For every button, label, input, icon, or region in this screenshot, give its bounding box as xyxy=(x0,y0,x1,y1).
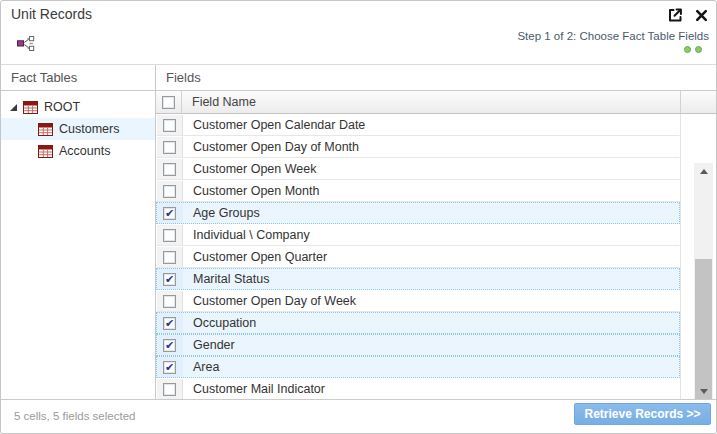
grid-header-spacer xyxy=(681,91,716,113)
field-row-checkbox[interactable] xyxy=(157,181,183,201)
field-row-checkbox[interactable] xyxy=(157,159,183,179)
tree-item-customers[interactable]: Customers xyxy=(1,118,155,140)
field-row[interactable]: Customer Open Calendar Date xyxy=(156,114,680,136)
tree-item-root[interactable]: ROOT xyxy=(1,96,155,118)
field-name-label: Gender xyxy=(183,335,679,355)
retrieve-records-button[interactable]: Retrieve Records >> xyxy=(574,403,711,425)
tree-item-accounts[interactable]: Accounts xyxy=(1,140,155,162)
field-name-label: Customer Open Month xyxy=(183,181,679,201)
fields-panel: Fields Field Name Customer Open Calendar… xyxy=(156,65,716,400)
step-dot xyxy=(695,46,702,53)
fact-tables-tree: ROOT Customers Accounts xyxy=(1,91,155,162)
fields-header: Fields xyxy=(156,65,716,91)
field-name-label: Customer Open Day of Month xyxy=(183,137,679,157)
step-indicator: Step 1 of 2: Choose Fact Table Fields xyxy=(517,30,709,53)
open-external-icon[interactable] xyxy=(666,6,684,24)
field-name-label: Customer Open Quarter xyxy=(183,247,679,267)
field-row-checkbox[interactable]: ✔ xyxy=(157,203,183,223)
field-row[interactable]: Customer Open Day of Week xyxy=(156,290,680,312)
field-name-label: Customer Open Day of Week xyxy=(183,291,679,311)
tree-item-label: ROOT xyxy=(44,100,80,114)
field-name-label: Occupation xyxy=(183,313,679,333)
field-row-checkbox[interactable]: ✔ xyxy=(157,269,183,289)
field-name-label: Customer Open Week xyxy=(183,159,679,179)
step-dot xyxy=(684,46,691,53)
titlebar: Unit Records xyxy=(1,1,716,26)
field-row[interactable]: Customer Open Day of Month xyxy=(156,136,680,158)
field-name-label: Marital Status xyxy=(183,269,679,289)
selection-status: 5 cells, 5 fields selected xyxy=(14,400,135,432)
field-row-checkbox[interactable] xyxy=(157,379,183,399)
field-row[interactable]: Customer Mail Indicator xyxy=(156,378,680,400)
table-icon xyxy=(23,101,38,114)
hierarchy-icon[interactable] xyxy=(14,33,36,53)
field-row[interactable]: Customer Open Week xyxy=(156,158,680,180)
field-row[interactable]: Customer Open Month xyxy=(156,180,680,202)
field-row[interactable]: ✔ Marital Status xyxy=(156,268,680,290)
field-name-label: Individual \ Company xyxy=(183,225,679,245)
field-rows: Customer Open Calendar Date Customer Ope… xyxy=(156,114,681,400)
field-row-checkbox[interactable] xyxy=(157,247,183,267)
footer: 5 cells, 5 fields selected Retrieve Reco… xyxy=(1,399,716,433)
field-name-label: Customer Mail Indicator xyxy=(183,379,679,399)
field-name-label: Customer Open Calendar Date xyxy=(183,115,679,135)
field-row-checkbox[interactable] xyxy=(157,115,183,135)
table-icon xyxy=(38,123,53,136)
field-row[interactable]: ✔ Age Groups xyxy=(156,202,680,224)
select-all-checkbox[interactable] xyxy=(156,91,182,113)
field-name-label: Age Groups xyxy=(183,203,679,223)
field-row[interactable]: Customer Open Quarter xyxy=(156,246,680,268)
field-row[interactable]: ✔ Gender xyxy=(156,334,680,356)
field-row-checkbox[interactable]: ✔ xyxy=(157,335,183,355)
field-row-checkbox[interactable] xyxy=(157,137,183,157)
field-row-checkbox[interactable]: ✔ xyxy=(157,313,183,333)
scrollbar-up-icon[interactable] xyxy=(694,163,713,180)
field-row[interactable]: Individual \ Company xyxy=(156,224,680,246)
tree-item-label: Accounts xyxy=(59,144,110,158)
field-row-checkbox[interactable]: ✔ xyxy=(157,357,183,377)
step-label: Step 1 of 2: Choose Fact Table Fields xyxy=(517,30,709,42)
unit-records-dialog: Unit Records xyxy=(0,0,717,434)
field-row[interactable]: ✔ Occupation xyxy=(156,312,680,334)
titlebar-icons xyxy=(666,6,710,24)
scrollbar-down-icon[interactable] xyxy=(694,383,713,400)
field-name-column-header[interactable]: Field Name xyxy=(182,91,681,113)
dialog-title: Unit Records xyxy=(11,6,92,22)
field-name-label: Area xyxy=(183,357,679,377)
vertical-scrollbar[interactable] xyxy=(694,163,713,400)
toolbar: Step 1 of 2: Choose Fact Table Fields xyxy=(1,26,716,64)
fields-table-body: Customer Open Calendar Date Customer Ope… xyxy=(156,114,716,400)
field-row-checkbox[interactable] xyxy=(157,291,183,311)
close-icon[interactable] xyxy=(692,6,710,24)
expand-toggle-icon[interactable] xyxy=(10,104,17,111)
field-row-checkbox[interactable] xyxy=(157,225,183,245)
fields-grid-header: Field Name xyxy=(156,91,716,114)
tree-item-label: Customers xyxy=(59,122,119,136)
table-icon xyxy=(38,145,53,158)
step-dots xyxy=(517,46,709,53)
field-row[interactable]: ✔ Area xyxy=(156,356,680,378)
main-area: Fact Tables ROOT Customers xyxy=(1,64,716,400)
fact-tables-panel: Fact Tables ROOT Customers xyxy=(1,65,156,400)
fact-tables-header: Fact Tables xyxy=(1,65,155,91)
